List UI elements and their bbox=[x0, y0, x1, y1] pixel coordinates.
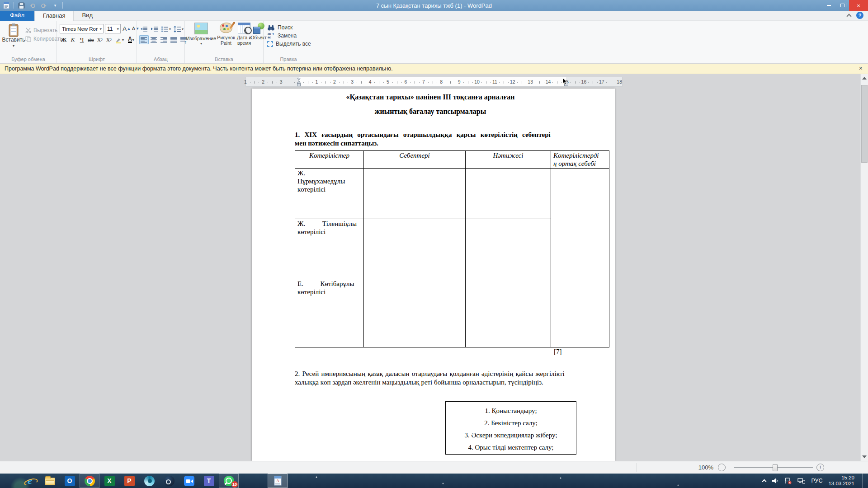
replace-button[interactable]: abac Замена bbox=[267, 32, 297, 40]
language-indicator[interactable]: РУС bbox=[811, 478, 822, 484]
cut-button[interactable]: Вырезать bbox=[25, 26, 57, 34]
table-row-label[interactable]: Ж. Тіленшіұлы көтерілісі bbox=[295, 219, 364, 279]
list-button[interactable]: ▾ bbox=[160, 24, 172, 33]
close-button[interactable]: × bbox=[849, 0, 868, 11]
scroll-up-icon[interactable] bbox=[862, 77, 867, 80]
table-empty-cell[interactable] bbox=[364, 169, 466, 219]
taskbar-internet-explorer-button[interactable]: e bbox=[20, 474, 40, 488]
ruler-tick bbox=[344, 81, 344, 84]
italic-button[interactable]: К bbox=[68, 35, 77, 44]
table-empty-cell[interactable] bbox=[364, 279, 466, 347]
ruler-number: 9 bbox=[458, 79, 461, 84]
save-button[interactable] bbox=[17, 1, 25, 10]
taskbar-swirl-app-button[interactable] bbox=[139, 474, 159, 488]
ruler-tick bbox=[504, 81, 504, 84]
ruler-tick bbox=[255, 81, 255, 84]
table-empty-cell[interactable] bbox=[466, 219, 551, 279]
table-row-label[interactable]: Ж. Нұрмұхамедұлы көтерілісі bbox=[295, 169, 364, 219]
table-empty-cell[interactable] bbox=[466, 169, 551, 219]
font-family-select[interactable]: Times New Roman ▾ bbox=[60, 24, 104, 33]
minimize-button[interactable] bbox=[822, 0, 835, 11]
highlight-color-button[interactable]: ▾ bbox=[113, 35, 125, 44]
line-spacing-button[interactable]: ▾ bbox=[173, 24, 184, 33]
insert-image-button[interactable]: Изображение ▾ bbox=[186, 23, 217, 47]
taskbar-zoom-button[interactable] bbox=[179, 474, 199, 488]
mouse-cursor bbox=[562, 78, 567, 85]
restore-button[interactable] bbox=[835, 0, 849, 11]
taskbar-start-button[interactable] bbox=[0, 474, 20, 488]
font-color-button[interactable]: A ▾ bbox=[125, 35, 137, 44]
subscript-button[interactable]: X2 bbox=[95, 35, 104, 44]
action-center-flag-icon[interactable] bbox=[785, 478, 792, 484]
ruler-tick bbox=[539, 81, 540, 84]
network-icon[interactable] bbox=[797, 478, 805, 484]
grow-font-button[interactable]: A▲ bbox=[122, 24, 131, 33]
wordpad-icon: A bbox=[273, 476, 283, 486]
zoom-in-button[interactable]: + bbox=[816, 464, 824, 471]
paint-drawing-button[interactable]: Рисунок Paint bbox=[217, 23, 235, 46]
redo-button[interactable] bbox=[40, 1, 48, 10]
help-icon[interactable]: ? bbox=[856, 12, 863, 19]
strikethrough-button[interactable]: abe bbox=[86, 35, 95, 44]
bold-button[interactable]: Ж bbox=[59, 35, 68, 44]
ruler-number: 12 bbox=[510, 79, 515, 84]
taskbar-steam-button[interactable] bbox=[159, 474, 179, 488]
ruler-tick bbox=[330, 82, 330, 83]
find-button[interactable]: Поиск bbox=[267, 23, 292, 32]
date-time-button[interactable]: Дата и время bbox=[236, 23, 253, 46]
taskbar-wordpad-button[interactable]: A bbox=[268, 474, 288, 488]
scrollbar-thumb[interactable] bbox=[861, 85, 868, 163]
ruler-number: 3 bbox=[280, 79, 283, 84]
select-all-button[interactable]: Выделить все bbox=[267, 40, 311, 48]
customize-toolbar-dropdown-icon[interactable]: ▾ bbox=[51, 1, 59, 10]
taskbar-powerpoint-button[interactable]: P bbox=[119, 474, 139, 488]
zoom-out-button[interactable]: − bbox=[718, 464, 726, 471]
table-row-label[interactable]: Е. Көтібарұлы көтерілісі bbox=[295, 279, 364, 347]
speaker-icon[interactable] bbox=[772, 478, 779, 484]
start-icon bbox=[5, 476, 15, 486]
indent-marker[interactable] bbox=[297, 78, 301, 87]
scroll-down-icon[interactable] bbox=[862, 455, 867, 458]
tab-file[interactable]: Файл bbox=[0, 11, 34, 21]
underline-button[interactable]: Ч bbox=[77, 35, 86, 44]
taskbar-chrome-button[interactable] bbox=[80, 474, 99, 488]
clock[interactable]: 15:20 13.03.2021 bbox=[828, 475, 854, 487]
table-empty-cell[interactable] bbox=[466, 279, 551, 347]
document-area: 321123456789101112131415161718 «Қазақста… bbox=[0, 74, 868, 461]
justify-button[interactable] bbox=[169, 35, 179, 44]
taskbar-outlook-button[interactable]: O bbox=[60, 474, 80, 488]
vertical-scrollbar[interactable] bbox=[860, 74, 868, 461]
table-row: Ж. Нұрмұхамедұлы көтерілісі bbox=[295, 169, 609, 219]
table-empty-cell[interactable] bbox=[364, 219, 466, 279]
font-size-select[interactable]: 11 ▾ bbox=[105, 24, 121, 33]
show-desktop-button[interactable] bbox=[862, 474, 864, 488]
ruler-tick bbox=[472, 82, 473, 83]
align-center-button[interactable] bbox=[149, 35, 159, 44]
taskbar-file-explorer-button[interactable] bbox=[40, 474, 60, 488]
zoom-slider-thumb[interactable] bbox=[773, 464, 778, 471]
tab-home[interactable]: Главная bbox=[34, 11, 74, 21]
paint-palette-icon bbox=[220, 23, 232, 33]
warning-close-icon[interactable]: × bbox=[859, 65, 863, 72]
restore-icon bbox=[840, 4, 844, 7]
show-hidden-icons-icon[interactable] bbox=[762, 479, 767, 484]
document-page[interactable]: «Қазақстан тарихы» пәнінен III тоқсанға … bbox=[252, 89, 615, 461]
select-all-label: Выделить все bbox=[276, 41, 311, 47]
undo-button[interactable] bbox=[28, 1, 37, 10]
align-left-button[interactable] bbox=[139, 35, 149, 44]
align-right-button[interactable] bbox=[159, 35, 169, 44]
taskbar-excel-button[interactable]: X bbox=[99, 474, 119, 488]
collapse-ribbon-icon[interactable] bbox=[846, 14, 851, 19]
taskbar-teams-button[interactable]: T bbox=[199, 474, 219, 488]
zoom-slider[interactable] bbox=[734, 467, 813, 468]
table-merged-cell[interactable] bbox=[551, 169, 609, 347]
tab-view[interactable]: Вид bbox=[74, 11, 101, 21]
increase-indent-button[interactable] bbox=[150, 24, 159, 33]
paste-button[interactable]: Вставить ▾ bbox=[3, 23, 24, 53]
ruler-number: 5 bbox=[387, 79, 389, 84]
taskbar-whatsapp-button[interactable]: 10 bbox=[219, 474, 239, 488]
decrease-indent-button[interactable] bbox=[139, 24, 149, 33]
superscript-button[interactable]: X2 bbox=[104, 35, 113, 44]
clipboard-icon bbox=[8, 23, 19, 37]
insert-object-button[interactable]: Объект bbox=[254, 23, 264, 40]
